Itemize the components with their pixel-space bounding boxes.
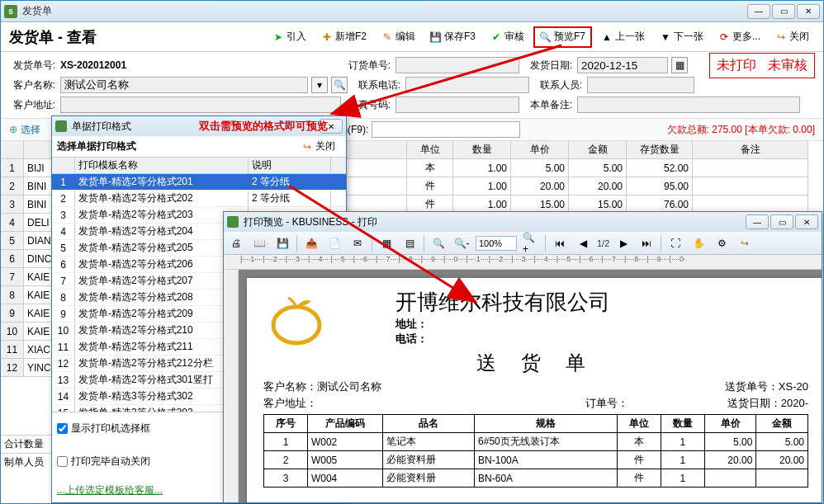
pv-maximize-button[interactable]: ▭	[770, 214, 793, 229]
preview-page-area[interactable]: 开博维尔科技有限公司 地址： 电话： 送 货 单 客户名称：测试公司名称 送货单…	[239, 270, 822, 502]
contact-label: 联系人员:	[533, 78, 582, 92]
close-page-button[interactable]: ↪关闭	[770, 26, 815, 48]
up-icon: ▲	[601, 31, 613, 43]
pv-first-icon[interactable]: ⏮	[551, 234, 569, 252]
cust-dropdown-icon[interactable]: ▾	[311, 77, 328, 93]
ship-date-input[interactable]	[577, 57, 668, 73]
more-icon: ⟳	[718, 31, 730, 43]
minimize-button[interactable]: —	[747, 4, 770, 19]
cust-input[interactable]	[60, 77, 308, 93]
doc-title: 送 货 单	[263, 350, 808, 376]
fax-input[interactable]	[395, 97, 519, 113]
pv-mail-icon[interactable]: ✉	[348, 234, 367, 252]
pv-exit-icon[interactable]: ↪	[736, 234, 754, 252]
close-window-button[interactable]: ✕	[797, 4, 820, 19]
pv-prev-icon[interactable]: ◀	[574, 234, 592, 252]
next-button[interactable]: ▼下一张	[654, 26, 709, 48]
preview-paper: 开博维尔科技有限公司 地址： 电话： 送 货 单 客户名称：测试公司名称 送货单…	[247, 278, 822, 502]
status-box: 未打印 未审核	[709, 53, 815, 78]
prev-button[interactable]: ▲上一张	[595, 26, 651, 48]
pv-hand-icon[interactable]: ✋	[689, 234, 708, 252]
pv-fit-icon[interactable]: ⛶	[666, 234, 684, 252]
svg-point-0	[273, 307, 320, 343]
pv-open-icon[interactable]: 📖	[250, 234, 268, 252]
edit-icon: ✎	[381, 31, 393, 43]
pv-zoom-in-icon[interactable]: 🔍+	[522, 234, 540, 252]
phone-label: 联系电话:	[354, 78, 400, 92]
code-f9-input[interactable]	[372, 121, 520, 138]
company-addr-label: 地址：	[395, 317, 610, 332]
cust-search-icon[interactable]: 🔍	[331, 77, 348, 93]
debt-total: 欠款总额: 275.00 [本单欠款: 0.00]	[667, 123, 815, 137]
maker-label: 制单人员	[1, 454, 57, 471]
pv-grid-icon[interactable]: ▦	[377, 234, 395, 252]
pv-zoom-out-icon[interactable]: 🔍-	[452, 234, 471, 252]
pv-find-icon[interactable]: 🔍	[429, 234, 448, 252]
phone-input[interactable]	[405, 77, 529, 93]
pv-print-icon[interactable]: 🖨	[227, 234, 245, 252]
status-audit: 未审核	[768, 57, 807, 74]
template-row[interactable]: 2发货单-精选2等分格式2022 等分纸	[52, 191, 346, 207]
select-icon: ⊕	[9, 124, 17, 135]
template-row[interactable]: 1发货单-精选2等分格式2012 等分纸	[52, 174, 346, 191]
pv-design-icon[interactable]: ⚙	[713, 234, 731, 252]
upload-template-link[interactable]: ...上传选定模板给客服...	[57, 483, 163, 497]
contact-input[interactable]	[587, 77, 694, 93]
preview-table: 序号产品编码品名规格单位数量单价金额 1W002笔记本6#50页无线装订本本15…	[263, 414, 808, 488]
form-area: 发货单号: XS-202012001 订货单号: 发货日期: ▦ 未打印 未审核…	[1, 52, 823, 118]
pv-next-icon[interactable]: ▶	[614, 234, 632, 252]
company-logo-icon	[263, 288, 329, 346]
app-icon	[55, 120, 67, 132]
save-icon: 💾	[430, 31, 442, 43]
preview-icon: 🔍	[540, 31, 552, 43]
preview-table-row: 2W005必能资料册BN-100A件120.0020.00	[264, 451, 808, 469]
template-close-button[interactable]: ↪关闭	[296, 136, 341, 158]
select-link[interactable]: 选择	[21, 123, 40, 137]
company-tel-label: 电话：	[395, 332, 610, 346]
add-button[interactable]: ✚新增F2	[315, 26, 372, 48]
edit-button[interactable]: ✎编辑	[376, 26, 421, 48]
template-hint: 双击需预览的格式即可预览	[199, 119, 328, 134]
page-header: 发货单 - 查看 ➤引入 ✚新增F2 ✎编辑 💾保存F3 ✔审核 🔍预览F7 ▲…	[1, 22, 823, 52]
pv-pdf-icon[interactable]: 📄	[325, 234, 343, 252]
pv-minimize-button[interactable]: —	[746, 214, 769, 229]
pv-last-icon[interactable]: ⏭	[637, 234, 656, 252]
maximize-button[interactable]: ▭	[772, 4, 795, 19]
doc-no-value: XS-202012001	[60, 59, 341, 71]
exit-icon: ↪	[775, 31, 787, 43]
add-icon: ✚	[321, 31, 333, 43]
doc-no-label: 发货单号:	[9, 59, 55, 73]
app-icon: s	[4, 5, 17, 18]
ruler-vertical	[224, 270, 239, 502]
pv-export-icon[interactable]: 📤	[302, 234, 320, 252]
preview-button[interactable]: 🔍预览F7	[533, 26, 592, 48]
addr-input[interactable]	[60, 97, 341, 113]
cust-label: 客户名称:	[9, 78, 55, 92]
preview-title: 打印预览 - KBUSINESS - 打印	[244, 215, 746, 229]
pv-page-icon[interactable]: ▤	[400, 234, 419, 252]
preview-toolbar: 🖨 📖 💾 📤 📄 ✉ ▦ ▤ 🔍 🔍- 🔍+ ⏮ ◀ 1/2 ▶ ⏭ ⛶ ✋ …	[224, 232, 822, 255]
col-desc: 说明	[249, 158, 331, 173]
pv-close-button[interactable]: ✕	[795, 214, 818, 229]
title-bar: s 发货单 — ▭ ✕	[1, 1, 823, 22]
more-button[interactable]: ⟳更多...	[713, 26, 766, 48]
status-print: 未打印	[717, 57, 756, 74]
exit-icon: ↪	[301, 141, 313, 153]
pv-save-icon[interactable]: 💾	[273, 234, 291, 252]
remark-label: 本单备注:	[523, 98, 572, 112]
date-picker-icon[interactable]: ▦	[671, 57, 688, 73]
remark-input[interactable]	[577, 97, 800, 113]
page-title: 发货单 - 查看	[9, 27, 267, 47]
pv-zoom-input[interactable]	[476, 236, 517, 251]
import-button[interactable]: ➤引入	[267, 26, 312, 48]
show-printer-checkbox[interactable]: 显示打印机选择框	[57, 422, 150, 436]
order-no-input[interactable]	[395, 57, 519, 73]
order-no-label: 订货单号:	[344, 59, 391, 73]
total-label: 合计数量	[1, 436, 57, 453]
template-sub-bar: 选择单据打印格式 ↪关闭	[52, 136, 346, 158]
template-sub-title: 选择单据打印格式	[57, 139, 296, 153]
save-button[interactable]: 💾保存F3	[424, 26, 481, 48]
preview-table-row: 1W002笔记本6#50页无线装订本本15.005.00	[264, 433, 808, 451]
audit-button[interactable]: ✔审核	[485, 26, 530, 48]
ship-date-label: 发货日期:	[523, 59, 572, 73]
